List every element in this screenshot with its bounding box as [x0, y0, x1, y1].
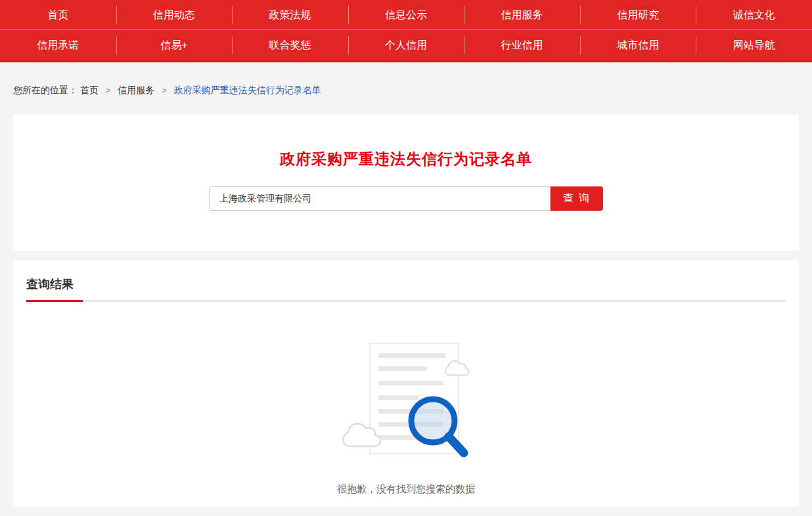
- breadcrumb-item-credit-service[interactable]: 信用服务: [118, 85, 154, 95]
- page-title: 政府采购严重违法失信行为记录名单: [13, 149, 799, 169]
- nav-item-joint-reward-punishment[interactable]: 联合奖惩: [232, 30, 348, 60]
- breadcrumb-separator: >: [162, 85, 167, 95]
- nav-row-1: 首页 信用动态 政策法规 信息公示 信用服务 信用研究 诚信文化: [0, 0, 812, 30]
- results-card: 查询结果 很抱歉，没有找到您搜索的数据: [13, 261, 799, 507]
- breadcrumb-item-home[interactable]: 首页: [80, 85, 99, 95]
- company-search-input[interactable]: [209, 186, 551, 211]
- cloud-icon: [445, 361, 469, 376]
- nav-row-2: 信用承诺 信易+ 联合奖惩 个人信用 行业信用 城市信用 网站导航: [0, 30, 812, 60]
- nav-item-credit-research[interactable]: 信用研究: [580, 0, 696, 30]
- breadcrumb: 您所在的位置： 首页 > 信用服务 > 政府采购严重违法失信行为记录名单: [0, 62, 812, 115]
- nav-item-xinyi-plus[interactable]: 信易+: [116, 30, 233, 60]
- nav-item-city-credit[interactable]: 城市信用: [580, 30, 696, 60]
- nav-item-credit-service[interactable]: 信用服务: [464, 0, 580, 30]
- breadcrumb-prefix: 您所在的位置：: [13, 85, 78, 95]
- nav-item-personal-credit[interactable]: 个人信用: [348, 30, 464, 60]
- nav-item-credit-news[interactable]: 信用动态: [116, 0, 233, 30]
- results-section-title: 查询结果: [26, 276, 786, 302]
- search-card: 政府采购严重违法失信行为记录名单 查 询: [13, 115, 799, 251]
- nav-item-industry-credit[interactable]: 行业信用: [464, 30, 580, 60]
- main-nav: 首页 信用动态 政策法规 信息公示 信用服务 信用研究 诚信文化 信用承诺 信易…: [0, 0, 812, 62]
- nav-item-integrity-culture[interactable]: 诚信文化: [696, 0, 812, 30]
- empty-results-message: 很抱歉，没有找到您搜索的数据: [26, 483, 786, 496]
- empty-results-illustration: [340, 340, 472, 463]
- nav-item-policies[interactable]: 政策法规: [232, 0, 348, 30]
- nav-item-info-disclosure[interactable]: 信息公示: [348, 0, 464, 30]
- breadcrumb-separator: >: [106, 85, 111, 95]
- search-button[interactable]: 查 询: [551, 186, 603, 211]
- breadcrumb-item-current-page[interactable]: 政府采购严重违法失信行为记录名单: [174, 85, 321, 95]
- nav-item-site-map[interactable]: 网站导航: [696, 30, 812, 60]
- empty-state: 很抱歉，没有找到您搜索的数据: [26, 302, 786, 496]
- nav-item-credit-commitment[interactable]: 信用承诺: [0, 30, 116, 60]
- nav-item-home[interactable]: 首页: [0, 0, 116, 30]
- search-bar: 查 询: [13, 186, 799, 211]
